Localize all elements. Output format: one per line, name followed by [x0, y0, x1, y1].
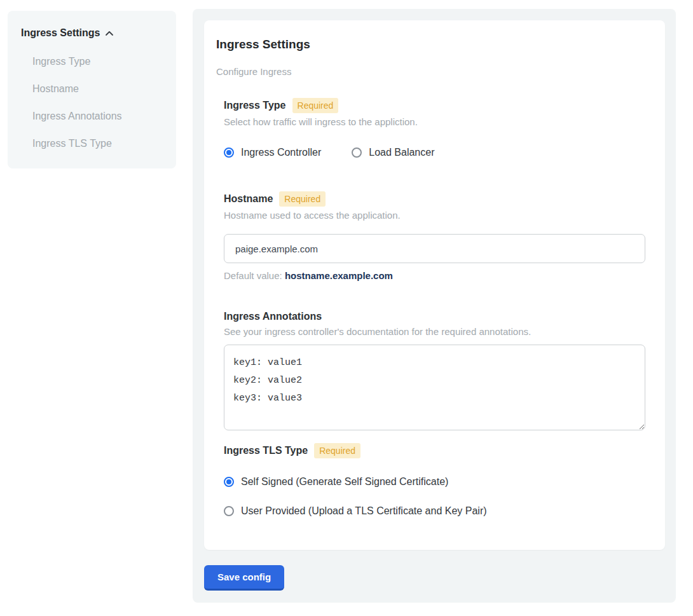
field-label-ingress-type: Ingress Type	[224, 99, 286, 112]
radio-label: User Provided (Upload a TLS Certificate …	[241, 504, 487, 518]
main-panel: Ingress Settings Configure Ingress Ingre…	[193, 9, 676, 603]
form-body: Ingress Type Required Select how traffic…	[224, 98, 645, 518]
radio-icon[interactable]	[352, 147, 362, 158]
page-title: Ingress Settings	[216, 37, 645, 52]
chevron-up-icon	[105, 29, 114, 38]
field-group-ingress-type: Ingress Type Required Select how traffic…	[224, 98, 645, 160]
field-group-ingress-tls-type: Ingress TLS Type Required Self Signed (G…	[224, 443, 645, 518]
hostname-input[interactable]	[224, 234, 645, 263]
radio-option-user-provided[interactable]: User Provided (Upload a TLS Certificate …	[224, 504, 645, 518]
radio-option-self-signed[interactable]: Self Signed (Generate Self Signed Certif…	[224, 475, 645, 489]
required-badge: Required	[314, 443, 360, 458]
field-label-row: Ingress TLS Type Required	[224, 443, 645, 458]
required-badge: Required	[279, 191, 326, 207]
ingress-annotations-textarea[interactable]: key1: value1 key2: value2 key3: value3	[224, 345, 645, 430]
sidebar-section-header[interactable]: Ingress Settings	[21, 27, 163, 39]
field-help-ingress-annotations: See your ingress controller's documentat…	[224, 325, 645, 338]
required-badge: Required	[292, 98, 339, 113]
save-config-button[interactable]: Save config	[204, 565, 284, 591]
ingress-settings-card: Ingress Settings Configure Ingress Ingre…	[204, 20, 665, 550]
sidebar-item-ingress-annotations[interactable]: Ingress Annotations	[32, 111, 163, 122]
hostname-default-line: Default value: hostname.example.com	[224, 270, 645, 282]
field-label-ingress-tls-type: Ingress TLS Type	[224, 444, 308, 457]
radio-icon[interactable]	[224, 477, 234, 487]
field-label-row: Ingress Annotations	[224, 310, 645, 323]
field-group-hostname: Hostname Required Hostname used to acces…	[224, 191, 645, 282]
sidebar-item-ingress-tls-type[interactable]: Ingress TLS Type	[32, 138, 163, 149]
radio-icon[interactable]	[224, 147, 234, 158]
field-label-hostname: Hostname	[224, 193, 273, 205]
radio-label: Ingress Controller	[241, 146, 321, 160]
field-help-hostname: Hostname used to access the application.	[224, 209, 645, 221]
field-group-ingress-annotations: Ingress Annotations See your ingress con…	[224, 310, 645, 430]
sidebar-item-hostname[interactable]: Hostname	[32, 83, 163, 95]
radio-option-ingress-controller[interactable]: Ingress Controller	[224, 146, 321, 160]
default-value-text: hostname.example.com	[285, 270, 393, 281]
field-help-ingress-type: Select how traffic will ingress to the a…	[224, 116, 645, 128]
field-label-ingress-annotations: Ingress Annotations	[224, 310, 322, 323]
sidebar-section-title: Ingress Settings	[21, 27, 100, 39]
field-label-row: Ingress Type Required	[224, 98, 645, 113]
radio-option-load-balancer[interactable]: Load Balancer	[352, 146, 434, 160]
settings-sidebar: Ingress Settings Ingress Type Hostname I…	[8, 11, 176, 168]
sidebar-item-ingress-type[interactable]: Ingress Type	[32, 56, 163, 67]
radio-icon[interactable]	[224, 506, 234, 516]
field-label-row: Hostname Required	[224, 191, 645, 207]
radio-label: Load Balancer	[369, 146, 434, 160]
default-value-prefix: Default value:	[224, 270, 285, 281]
ingress-type-radio-group: Ingress Controller Load Balancer	[224, 146, 645, 160]
radio-label: Self Signed (Generate Self Signed Certif…	[241, 475, 448, 489]
tls-type-radio-group: Self Signed (Generate Self Signed Certif…	[224, 475, 645, 518]
page-subtitle: Configure Ingress	[216, 66, 645, 78]
sidebar-nav: Ingress Type Hostname Ingress Annotation…	[32, 56, 163, 149]
